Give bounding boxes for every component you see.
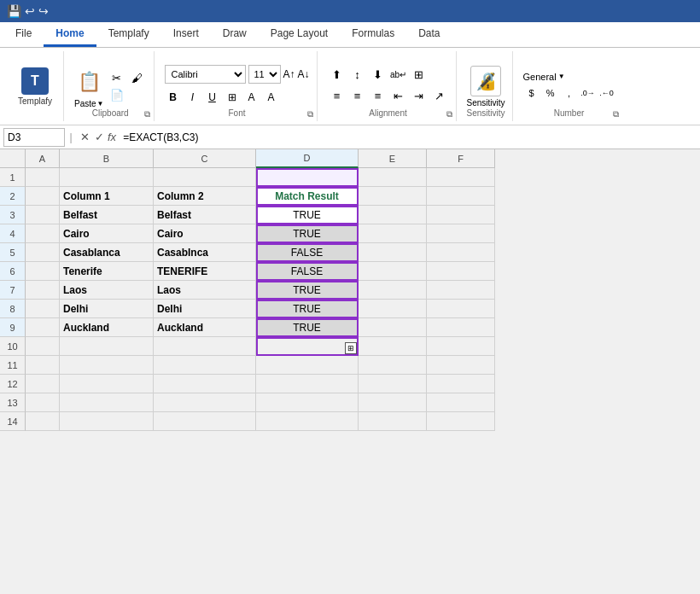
cell-b14[interactable] [60, 412, 154, 431]
tab-page-layout[interactable]: Page Layout [259, 22, 340, 47]
cell-a14[interactable] [26, 412, 60, 431]
cell-c4[interactable]: Cairo [154, 224, 256, 243]
formula-input[interactable] [120, 128, 697, 147]
cell-a4[interactable] [26, 224, 60, 243]
cell-f14[interactable] [427, 412, 495, 431]
cell-b4[interactable]: Cairo [60, 224, 154, 243]
cell-f12[interactable] [427, 375, 495, 393]
cell-c1[interactable] [154, 168, 256, 187]
cell-f4[interactable] [427, 224, 495, 243]
cell-b7[interactable]: Laos [60, 281, 154, 300]
cell-c11[interactable] [154, 356, 256, 375]
tab-draw[interactable]: Draw [211, 22, 259, 47]
cell-b5[interactable]: Casablanca [60, 243, 154, 262]
font-size-select[interactable]: 11 [248, 65, 281, 84]
sensitivity-button[interactable]: 🔏 Sensitivity [467, 66, 505, 108]
cell-reference-box[interactable]: D3 [3, 128, 65, 147]
cell-b6[interactable]: Tenerife [60, 262, 154, 281]
cell-f1[interactable] [427, 168, 495, 187]
increase-font-icon[interactable]: A↑ [283, 68, 295, 80]
bold-button[interactable]: B [165, 89, 182, 106]
cell-d8[interactable]: TRUE [256, 300, 359, 318]
decrease-font-icon[interactable]: A↓ [298, 68, 310, 80]
font-name-select[interactable]: Calibri [165, 65, 246, 84]
cell-a10[interactable] [26, 337, 60, 356]
increase-indent-button[interactable]: ⇥ [410, 88, 429, 105]
cell-d10[interactable]: ⊞ [256, 337, 359, 356]
wrap-text-button[interactable]: ab↵ [389, 67, 408, 84]
cell-d5[interactable]: FALSE [256, 243, 359, 262]
cell-a13[interactable] [26, 393, 60, 412]
cell-c7[interactable]: Laos [154, 281, 256, 300]
orientation-button[interactable]: ↗ [430, 88, 449, 105]
col-header-c[interactable]: C [154, 149, 256, 168]
cell-f8[interactable] [427, 300, 495, 318]
cell-c6[interactable]: TENERIFE [154, 262, 256, 281]
undo-icon[interactable]: ↩ [25, 4, 35, 18]
cell-a6[interactable] [26, 262, 60, 281]
cell-c2[interactable]: Column 2 [154, 187, 256, 206]
cell-c14[interactable] [154, 412, 256, 431]
italic-button[interactable]: I [184, 89, 201, 106]
align-top-button[interactable]: ⬆ [328, 67, 347, 84]
tab-formulas[interactable]: Formulas [340, 22, 406, 47]
cell-d6[interactable]: FALSE [256, 262, 359, 281]
decrease-decimal-button[interactable]: .0→ [580, 84, 597, 102]
cell-b9[interactable]: Auckland [60, 318, 154, 337]
cell-a9[interactable] [26, 318, 60, 337]
fill-color-button[interactable]: A [243, 89, 260, 106]
paste-dropdown-icon[interactable]: ▼ [97, 100, 104, 108]
merge-center-button[interactable]: ⊞ [410, 67, 429, 84]
cell-e2[interactable] [359, 187, 427, 206]
cell-b3[interactable]: Belfast [60, 206, 154, 224]
cancel-formula-icon[interactable]: ✕ [80, 131, 90, 143]
cell-b13[interactable] [60, 393, 154, 412]
cell-b12[interactable] [60, 375, 154, 393]
cell-f7[interactable] [427, 281, 495, 300]
cell-c3[interactable]: Belfast [154, 206, 256, 224]
align-right-button[interactable]: ≡ [369, 88, 388, 105]
cell-e3[interactable] [359, 206, 427, 224]
cell-b10[interactable] [60, 337, 154, 356]
col-header-b[interactable]: B [60, 149, 154, 168]
align-center-button[interactable]: ≡ [348, 88, 367, 105]
tab-data[interactable]: Data [406, 22, 452, 47]
cell-b2[interactable]: Column 1 [60, 187, 154, 206]
col-header-f[interactable]: F [427, 149, 495, 168]
cell-e7[interactable] [359, 281, 427, 300]
cell-d13[interactable] [256, 393, 359, 412]
cell-e13[interactable] [359, 393, 427, 412]
cell-c13[interactable] [154, 393, 256, 412]
cell-c9[interactable]: Auckland [154, 318, 256, 337]
paste-button[interactable]: 📋 Paste ▼ [74, 65, 104, 108]
cell-a2[interactable] [26, 187, 60, 206]
cell-f3[interactable] [427, 206, 495, 224]
cell-a11[interactable] [26, 356, 60, 375]
cell-a1[interactable] [26, 168, 60, 187]
col-header-d[interactable]: D [256, 149, 359, 168]
cell-f2[interactable] [427, 187, 495, 206]
align-bottom-button[interactable]: ⬇ [369, 67, 388, 84]
col-header-a[interactable]: A [26, 149, 60, 168]
percent-button[interactable]: % [542, 84, 559, 102]
cell-f9[interactable] [427, 318, 495, 337]
alignment-expander[interactable]: ⧉ [446, 109, 452, 119]
cell-a5[interactable] [26, 243, 60, 262]
save-icon[interactable]: 💾 [7, 4, 21, 18]
font-expander[interactable]: ⧉ [307, 109, 313, 119]
decrease-indent-button[interactable]: ⇤ [389, 88, 408, 105]
redo-icon[interactable]: ↪ [38, 4, 49, 18]
cell-e8[interactable] [359, 300, 427, 318]
cell-c8[interactable]: Delhi [154, 300, 256, 318]
cell-b1[interactable] [60, 168, 154, 187]
cell-b8[interactable]: Delhi [60, 300, 154, 318]
cell-f10[interactable] [427, 337, 495, 356]
align-left-button[interactable]: ≡ [328, 88, 347, 105]
cell-d4[interactable]: TRUE [256, 224, 359, 243]
cell-a12[interactable] [26, 375, 60, 393]
cell-e1[interactable] [359, 168, 427, 187]
cell-f13[interactable] [427, 393, 495, 412]
cell-e4[interactable] [359, 224, 427, 243]
table-fill-icon[interactable]: ⊞ [345, 342, 357, 354]
cell-d14[interactable] [256, 412, 359, 431]
